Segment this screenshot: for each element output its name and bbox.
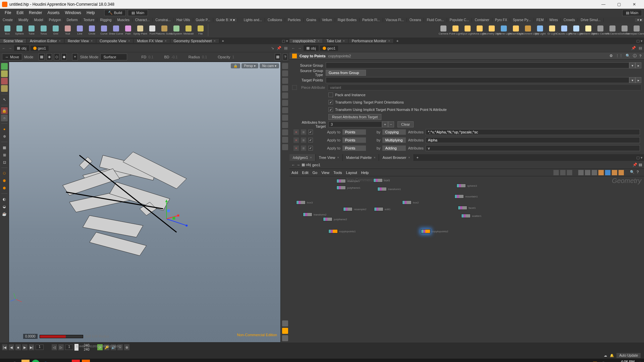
row-menu-button[interactable]: ≡ xyxy=(301,137,306,143)
node-name-field[interactable]: copytopoints2 xyxy=(328,54,351,58)
tab-tree-view[interactable]: Tree View× xyxy=(316,154,343,161)
tab-geometry-spreadsheet[interactable]: Geometry Spreadsheet× xyxy=(170,39,219,43)
network-node[interactable]: copytopoints1 xyxy=(328,229,356,233)
nav-fwd[interactable]: → xyxy=(8,46,13,50)
shelf-tab[interactable]: Constrai... xyxy=(153,18,174,22)
viewport-opt2-icon[interactable]: ? xyxy=(283,54,287,60)
path-geo1[interactable]: geo1 xyxy=(31,46,49,51)
parm-pin-icon[interactable]: 📌 xyxy=(631,46,637,50)
rt-text-icon[interactable] xyxy=(282,144,288,150)
reset-attrs-button[interactable]: Reset Attributes from Target xyxy=(328,114,381,120)
auto-update-dropdown[interactable]: Auto Update xyxy=(616,353,641,358)
shelf-tool[interactable]: Metaball xyxy=(182,23,195,37)
rt-wire-icon[interactable] xyxy=(282,93,288,99)
network-node[interactable]: scatter1 xyxy=(461,214,481,218)
taskbar-app1-icon[interactable]: ▦ xyxy=(52,360,60,362)
shelf-tool[interactable]: L-System xyxy=(170,23,182,37)
shelf-tool[interactable]: Volume Light xyxy=(498,23,510,37)
shelf-tool[interactable]: Spot Light xyxy=(462,23,474,37)
net-menu-view[interactable]: View xyxy=(321,171,329,175)
tab-animation-editor[interactable]: Animation Editor× xyxy=(26,39,64,43)
shelf-tool[interactable]: Path xyxy=(122,23,134,37)
shelf-add-left[interactable]: + ▾ xyxy=(228,18,237,22)
network-node[interactable]: transform1 xyxy=(377,187,401,191)
shelf-add-right[interactable]: + ▾ xyxy=(635,18,644,22)
shelf-tool[interactable]: Curve xyxy=(98,23,110,37)
playback-prev-button[interactable]: ◀ xyxy=(9,344,14,350)
lasso-tool-icon[interactable] xyxy=(1,85,8,92)
rt-b-icon[interactable] xyxy=(282,122,288,128)
row-menu-button[interactable]: ≡ xyxy=(301,129,306,135)
soft-edit-slider[interactable]: 0.0000 Soft Edit Radius xyxy=(23,334,109,339)
shelf-tab[interactable]: Texture xyxy=(81,18,98,22)
viewport-persp-dropdown[interactable]: Persp ▾ xyxy=(241,63,258,68)
taskbar-search-icon[interactable]: 🔍 xyxy=(11,360,19,362)
taskbar-app3-icon[interactable] xyxy=(72,360,80,362)
target-points-select[interactable]: ▸ xyxy=(635,77,641,83)
view-tool-icon[interactable] xyxy=(1,63,8,70)
row-enable-checkbox[interactable]: ✓ xyxy=(308,138,313,142)
taskbar-explorer-icon[interactable]: 📁 xyxy=(21,360,30,362)
rt-light-icon[interactable] xyxy=(282,78,288,84)
shelf-tab[interactable]: Charact... xyxy=(132,18,153,22)
net-menu-go[interactable]: Go xyxy=(313,171,318,175)
normals-icon[interactable]: ✲ xyxy=(1,133,8,140)
parm-path-obj[interactable]: ▦ obj xyxy=(304,45,319,51)
network-node[interactable]: sphere3 xyxy=(457,184,477,188)
shelf-tool[interactable]: Grid xyxy=(50,23,62,37)
shelf-tab[interactable]: Muscles xyxy=(114,18,132,22)
desktop-main-dropdown[interactable]: ▤ Main xyxy=(128,10,148,16)
opacity-value[interactable]: 1 xyxy=(232,55,234,59)
shelf-tab[interactable]: Rigid Bodies xyxy=(335,18,360,22)
rt-disp2-icon[interactable] xyxy=(282,328,288,334)
light1-icon[interactable]: ◐ xyxy=(1,196,8,202)
shelf-tool[interactable]: VR Camera xyxy=(606,23,619,37)
pack-instance-checkbox[interactable] xyxy=(328,93,333,97)
attrs-remove-button[interactable]: − xyxy=(388,121,394,127)
menu-edit[interactable]: Edit xyxy=(14,10,26,15)
taskbar-chrome-icon[interactable]: 🌐 xyxy=(42,360,50,362)
region-tool-icon[interactable] xyxy=(1,78,8,84)
viewport-opt1-icon[interactable]: ▦ xyxy=(275,53,281,60)
pane-menu-right[interactable]: ▢ ▾ xyxy=(635,39,644,43)
target-points-field[interactable] xyxy=(326,77,629,83)
network-node[interactable]: polyframe1 xyxy=(336,186,361,190)
bd-value[interactable]: -0.1 xyxy=(171,55,178,59)
network-node[interactable]: box2 xyxy=(402,200,419,204)
shelf-tab[interactable]: Container xyxy=(472,18,492,22)
rt-xray-icon[interactable] xyxy=(282,107,288,113)
close-button[interactable]: ✕ xyxy=(627,0,642,9)
pane-menu-left[interactable]: ▢ ▾ xyxy=(280,39,289,43)
select-tool-icon[interactable] xyxy=(1,70,8,77)
viewport-camera-dropdown[interactable]: No cam ▾ xyxy=(260,63,279,68)
playback-stop-button[interactable]: ■ xyxy=(15,344,21,350)
rt-disp3-icon[interactable] xyxy=(282,335,288,341)
shelf-tab[interactable]: Vellum xyxy=(319,18,335,22)
network-node[interactable]: mountain1 xyxy=(454,194,478,198)
cook-icon[interactable]: ☁ xyxy=(604,354,607,357)
menu-assets[interactable]: Assets xyxy=(45,10,62,15)
net-menu-help[interactable]: Help xyxy=(361,171,369,175)
parm-fwd[interactable]: → xyxy=(297,46,302,50)
shelf-tab[interactable]: Particles xyxy=(285,18,304,22)
source-group-select[interactable]: ▸ xyxy=(635,62,641,68)
shelf-tool[interactable]: Sky Light xyxy=(534,23,546,37)
menu-file[interactable]: File xyxy=(2,10,14,15)
shelf-tab[interactable]: Sparse Py... xyxy=(510,18,534,22)
mode-4-icon[interactable]: ◆ xyxy=(61,53,67,60)
start-frame-field[interactable]: 1 xyxy=(65,345,73,350)
key-next-button[interactable]: ▷ xyxy=(58,344,64,350)
attrs-count-field[interactable]: 3 xyxy=(328,121,382,127)
net-disp3-icon[interactable] xyxy=(592,170,597,175)
attrs-add-button[interactable]: + xyxy=(382,121,388,127)
shelf-tab[interactable]: Modify xyxy=(16,18,31,22)
maximize-button[interactable]: ▢ xyxy=(611,0,627,9)
shelf-tab[interactable]: Viscous Fl... xyxy=(383,18,407,22)
path-obj[interactable]: ▦ obj xyxy=(14,45,29,51)
net-disp2-icon[interactable] xyxy=(585,170,590,175)
attributes-field[interactable]: v xyxy=(426,145,640,151)
by-dropdown[interactable]: Copying xyxy=(382,129,406,135)
shelf-tool[interactable]: Spray Paint xyxy=(134,23,146,37)
net-back[interactable]: ← xyxy=(291,163,295,167)
global-icon[interactable]: ⊕ xyxy=(124,344,129,350)
